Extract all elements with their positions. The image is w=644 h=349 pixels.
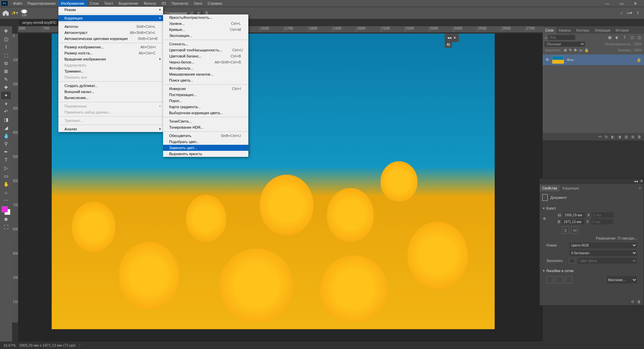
tab-adjustments[interactable]: Коррекция (560, 185, 582, 191)
color-mode-select[interactable]: Цвета RGB (569, 243, 637, 248)
tab-history[interactable]: История (613, 27, 632, 34)
filter-pixel-icon[interactable]: ▦ (607, 35, 612, 40)
healing-tool[interactable]: ✚ (1, 84, 11, 91)
quick-mask-icon[interactable]: ◙ (1, 215, 11, 223)
filter-adjust-icon[interactable]: ◐ (614, 35, 620, 40)
tab-paths[interactable]: Контуры (574, 27, 592, 34)
landscape-icon[interactable]: ▭ (571, 226, 579, 234)
filter-type-icon[interactable]: T (622, 35, 627, 40)
menu-item[interactable]: Подобрать цвет... (163, 139, 248, 145)
path-select-tool[interactable]: ▷ (1, 164, 11, 172)
lock-all-icon[interactable]: ⊞ (564, 48, 567, 52)
layer-thumbnail[interactable] (552, 56, 564, 64)
move-tool[interactable]: ✥ (1, 27, 11, 35)
locked-icon[interactable]: 🔒 (637, 58, 641, 62)
layer-name[interactable]: Фон (567, 58, 574, 62)
window-restore-icon[interactable]: ▭ (617, 0, 626, 7)
new-layer-icon[interactable]: ⊞ (631, 135, 634, 139)
lock-icon[interactable]: 🔒 (584, 48, 589, 52)
menu-item[interactable]: Тонирование HDR... (163, 124, 248, 130)
menu-item[interactable]: Карта градиента... (163, 104, 248, 110)
gradient-tool[interactable]: ◢ (1, 124, 11, 131)
ai-panel-tag[interactable]: A| (445, 41, 452, 48)
menu-file[interactable]: Файл (10, 0, 25, 6)
menu-item[interactable]: Размер изображения...Alt+Ctrl+I (58, 44, 163, 50)
menu-help[interactable]: Справка (205, 0, 225, 6)
close-icon[interactable]: ✕ (453, 36, 456, 40)
menu-item[interactable]: Поиск цвета... (163, 77, 248, 83)
lock-artboard-icon[interactable]: ▭ (579, 48, 582, 52)
rulers-section-header[interactable]: Линейки и сетки (543, 267, 640, 274)
brush-preview-icon[interactable] (21, 9, 28, 13)
tab-properties[interactable]: Свойства (540, 185, 560, 191)
menu-item[interactable]: Черно-белое...Alt+Shift+Ctrl+B (163, 59, 248, 65)
stamp-tool[interactable]: ⎈ (1, 100, 11, 107)
height-input[interactable] (562, 219, 584, 224)
zoom-tool[interactable]: ⌕ (1, 188, 11, 196)
menu-item[interactable]: Микширование каналов... (163, 71, 248, 77)
hand-tool[interactable]: ✋ (1, 180, 11, 188)
bit-depth-select[interactable]: 8 бит/канал (569, 250, 637, 256)
menu-item[interactable]: Экспозиция... (163, 33, 248, 39)
search-icon[interactable]: ⌕ (545, 35, 547, 39)
quick-select-tool[interactable]: ⬚ (1, 51, 11, 59)
shape-tool[interactable]: ▭ (1, 172, 11, 180)
trash-icon[interactable]: 🗑 (638, 135, 641, 139)
marquee-tool[interactable]: ◫ (1, 35, 11, 43)
brush-tool[interactable]: ✦ (1, 92, 11, 99)
color-swatches[interactable] (2, 206, 10, 215)
menu-item[interactable]: Автоматическая цветовая коррекцияShift+C… (58, 36, 163, 42)
pen-tool[interactable]: ✒ (1, 148, 11, 156)
collapse-icon[interactable]: ◂◂ (634, 179, 638, 183)
lock-pixels-icon[interactable]: ✎ (569, 48, 572, 52)
menu-item[interactable]: Размер холста...Alt+Ctrl+C (58, 50, 163, 56)
unit-select[interactable]: Миллиме... (607, 276, 637, 283)
tab-layers[interactable]: Слои (543, 27, 556, 34)
close-icon[interactable]: ✕ (640, 179, 643, 183)
menu-item[interactable]: Выровнять яркость (163, 151, 248, 157)
menu-item[interactable]: Яркость/Контрастность... (163, 14, 248, 20)
blend-mode-select[interactable]: Обычные (545, 42, 585, 47)
link-dimensions-icon[interactable]: ⎆ (543, 216, 546, 221)
history-brush-tool[interactable]: ↶ (1, 108, 11, 115)
menu-item[interactable]: Сочность... (163, 41, 248, 47)
menu-item[interactable]: Цветовой баланс...Ctrl+B (163, 53, 248, 59)
link-icon[interactable]: ⚯ (598, 135, 601, 139)
document-tab[interactable]: sergey-shmidt-koy6FlC (19, 19, 60, 26)
menu-item[interactable]: ОбесцветитьShift+Ctrl+U (163, 133, 248, 139)
menu-text[interactable]: Текст (101, 0, 116, 6)
crop-tool[interactable]: ⧉ (1, 59, 11, 67)
home-icon[interactable] (3, 10, 9, 16)
portrait-icon[interactable]: ▯ (562, 226, 569, 234)
filter-shape-icon[interactable]: ◻ (629, 35, 635, 40)
frame-tool[interactable]: ⊠ (1, 68, 11, 75)
panel-menu-icon[interactable]: ≡ (636, 185, 644, 191)
menu-item[interactable]: Цветовой тон/Насыщенность...Ctrl+U (163, 47, 248, 53)
width-input[interactable] (563, 213, 585, 218)
share-icon[interactable]: ⇪ (636, 11, 639, 15)
menu-item[interactable]: Тримминг... (58, 68, 163, 74)
menu-item[interactable]: Фотофильтр... (163, 65, 248, 71)
menu-item[interactable]: Постеризация... (163, 92, 248, 98)
menu-item[interactable]: АвтотонShift+Ctrl+L (58, 24, 163, 30)
menu-item[interactable]: Тени/Света... (163, 118, 248, 124)
menu-window[interactable]: Окно (191, 0, 205, 6)
menu-item[interactable]: Уровни...Ctrl+L (163, 20, 248, 27)
lasso-tool[interactable]: ⌇ (1, 43, 11, 51)
chevron-right-icon[interactable]: 〉 (79, 343, 83, 348)
screen-mode-icon[interactable]: ⛶ (1, 223, 11, 231)
fill-value[interactable]: 100% (633, 48, 642, 52)
menu-image[interactable]: Изображение (58, 0, 87, 6)
ruler-icon[interactable] (546, 276, 554, 283)
visibility-icon[interactable]: 👁 (545, 57, 549, 62)
fill-select[interactable]: Цвет фона (578, 258, 637, 264)
menu-3d[interactable]: 3D (159, 0, 169, 6)
menu-filter[interactable]: Фильтр (141, 0, 159, 6)
canvas-section-header[interactable]: Холст (543, 205, 640, 212)
reset-icon[interactable]: ⟲ (631, 300, 634, 304)
tab-channels[interactable]: Каналы (556, 27, 574, 34)
grid-icon[interactable] (556, 276, 563, 283)
adjustment-icon[interactable]: ◑ (618, 135, 621, 139)
menu-item[interactable]: Вычисления... (58, 95, 163, 101)
type-tool[interactable]: T (1, 156, 11, 164)
